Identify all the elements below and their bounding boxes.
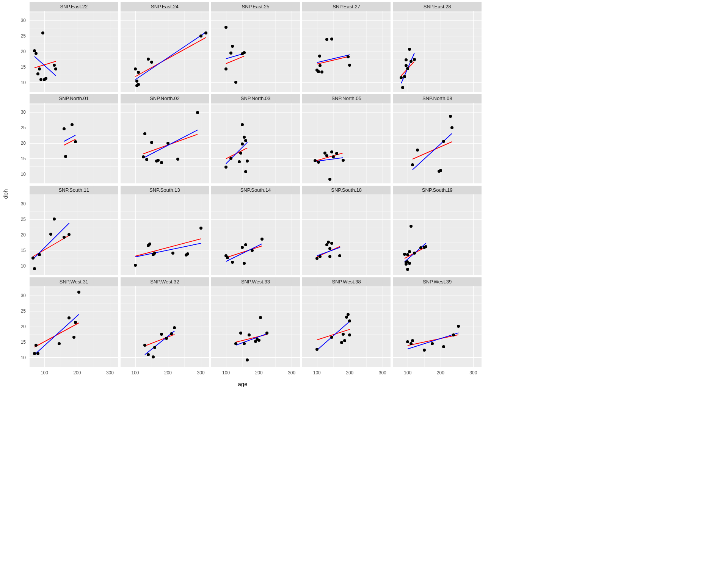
fit-line-blue xyxy=(236,333,267,346)
data-point xyxy=(410,342,413,345)
data-point xyxy=(41,31,44,34)
data-point xyxy=(408,262,411,265)
plot-area xyxy=(211,194,300,275)
x-tick-label: 100 xyxy=(132,370,139,375)
facet-panel: SNP.South.19 xyxy=(393,186,482,275)
x-tick-label: 200 xyxy=(346,370,353,375)
facet-strip: SNP.North.01 xyxy=(30,94,118,103)
data-point xyxy=(143,344,146,347)
data-point xyxy=(410,225,413,228)
data-point xyxy=(160,161,163,164)
x-tick-label: 300 xyxy=(106,370,114,375)
data-point xyxy=(234,81,237,84)
facet-panel: SNP.East.25 xyxy=(211,2,300,92)
data-point xyxy=(257,339,260,342)
x-axis: 100200300 xyxy=(121,369,209,377)
fit-line-blue xyxy=(226,142,248,164)
x-tick-label: 100 xyxy=(313,370,321,375)
data-point xyxy=(325,154,328,157)
fit-line-red xyxy=(145,334,175,346)
data-point xyxy=(328,178,331,181)
x-axis: 100200300 xyxy=(30,369,118,377)
data-point xyxy=(332,155,335,158)
data-point xyxy=(424,245,427,248)
facet-panel: SNP.East.28 xyxy=(393,2,482,92)
data-point xyxy=(53,64,56,67)
data-point xyxy=(244,243,247,246)
data-point xyxy=(186,252,189,255)
data-point xyxy=(413,252,416,255)
facet-strip: SNP.West.31 xyxy=(30,277,118,286)
data-point xyxy=(408,250,411,253)
x-tick-label: 200 xyxy=(255,370,263,375)
facet-panel: SNP.North.01 xyxy=(30,94,118,183)
data-point xyxy=(327,241,330,244)
y-tick-label: 30 xyxy=(21,18,26,23)
plot-area xyxy=(393,286,482,367)
y-tick-label: 15 xyxy=(21,156,26,161)
data-point xyxy=(320,70,323,74)
data-point xyxy=(38,253,41,256)
data-point xyxy=(244,170,247,173)
data-point xyxy=(342,159,345,162)
data-point xyxy=(33,267,36,270)
data-point xyxy=(416,149,419,152)
data-point xyxy=(204,31,207,34)
data-point xyxy=(152,355,155,358)
data-point xyxy=(166,142,169,145)
data-point xyxy=(246,358,249,361)
data-point xyxy=(74,321,77,324)
facet-strip: SNP.East.22 xyxy=(30,2,118,11)
data-point xyxy=(160,333,163,336)
x-axis: 100200300 xyxy=(393,369,482,377)
y-tick-label: 25 xyxy=(21,33,26,39)
data-point xyxy=(411,163,414,166)
facet-strip: SNP.South.19 xyxy=(393,186,482,194)
panel-grid: 1015202530SNP.East.22SNP.East.24SNP.East… xyxy=(14,2,482,377)
data-point xyxy=(229,52,232,55)
data-point xyxy=(231,261,234,264)
x-axis: 100200300 xyxy=(302,369,391,377)
data-point xyxy=(35,344,38,347)
facet-strip: SNP.South.13 xyxy=(121,186,209,194)
data-point xyxy=(246,160,249,163)
data-point xyxy=(241,142,244,146)
plot-area xyxy=(302,11,391,92)
data-point xyxy=(243,262,246,265)
data-point xyxy=(410,60,413,63)
x-tick-label: 100 xyxy=(404,370,411,375)
fit-line-blue xyxy=(413,133,452,170)
data-point xyxy=(199,227,202,230)
y-tick-label: 20 xyxy=(21,141,26,146)
data-point xyxy=(403,75,406,78)
data-point xyxy=(77,291,80,294)
data-point xyxy=(406,67,409,70)
plot-area xyxy=(30,194,118,275)
data-point xyxy=(137,71,140,74)
data-point xyxy=(400,76,403,79)
data-point xyxy=(419,246,422,249)
plot-area xyxy=(302,103,391,183)
data-point xyxy=(340,341,343,344)
data-point xyxy=(135,80,138,83)
data-point xyxy=(439,169,442,172)
data-point xyxy=(229,157,232,160)
facet-strip: SNP.West.32 xyxy=(121,277,209,286)
facet-panel: SNP.North.03 xyxy=(211,94,300,183)
facet-strip: SNP.South.11 xyxy=(30,186,118,194)
data-point xyxy=(36,352,39,355)
plot-area xyxy=(393,194,482,275)
plot-area xyxy=(30,103,118,183)
data-point xyxy=(328,247,331,250)
data-point xyxy=(53,217,56,221)
fit-line-red xyxy=(226,148,248,159)
data-point xyxy=(39,78,42,81)
x-tick-label: 200 xyxy=(164,370,172,375)
data-point xyxy=(317,70,320,73)
y-axis: 1015202530 xyxy=(14,2,27,92)
data-point xyxy=(325,38,328,41)
data-point xyxy=(134,67,137,70)
plot-area xyxy=(121,194,209,275)
y-tick-label: 20 xyxy=(21,324,26,329)
plot-area xyxy=(393,103,482,183)
